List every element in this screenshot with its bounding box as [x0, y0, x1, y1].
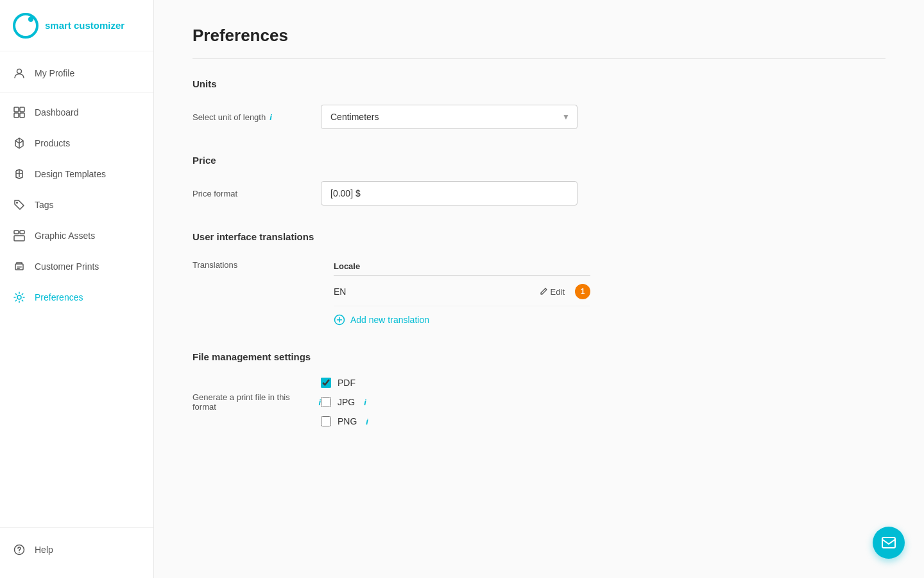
svg-rect-15 — [17, 268, 20, 270]
preferences-icon — [13, 291, 26, 304]
translations-label: Translations — [193, 258, 321, 270]
page-title: Preferences — [193, 26, 886, 59]
user-icon — [13, 67, 26, 80]
svg-rect-5 — [14, 113, 19, 118]
sidebar-nav: My Profile Dashboard Products — [0, 51, 153, 527]
svg-point-18 — [19, 552, 20, 553]
svg-rect-22 — [882, 538, 895, 548]
app-logo-icon — [13, 13, 38, 39]
edit-icon — [539, 287, 548, 296]
sidebar-item-graphic-assets-label: Graphic Assets — [35, 231, 95, 241]
units-section: Units Select unit of length i Centimeter… — [193, 78, 886, 129]
svg-rect-3 — [14, 107, 19, 112]
sidebar-item-help[interactable]: Help — [0, 534, 153, 565]
unit-select-wrapper: Centimeters Inches Millimeters ▼ — [321, 105, 578, 129]
sidebar-item-products[interactable]: Products — [0, 128, 153, 159]
svg-point-0 — [14, 14, 37, 37]
price-section-title: Price — [193, 155, 886, 166]
price-field-row: Price format — [193, 181, 886, 206]
format-jpg-row: JPG i — [321, 397, 886, 407]
svg-rect-11 — [20, 231, 24, 234]
translation-edit-button[interactable]: Edit — [534, 285, 570, 299]
svg-point-2 — [17, 69, 22, 74]
svg-point-16 — [17, 295, 21, 299]
price-section: Price Price format — [193, 155, 886, 206]
translation-badge: 1 — [575, 284, 590, 299]
svg-rect-10 — [14, 231, 19, 234]
translation-locale-en: EN — [334, 286, 346, 297]
format-jpg-label: JPG — [338, 397, 355, 407]
translation-actions: Edit 1 — [534, 284, 590, 299]
sidebar-item-my-profile-label: My Profile — [35, 68, 74, 78]
sidebar-item-tags-label: Tags — [35, 200, 54, 210]
png-info-icon[interactable]: i — [366, 417, 368, 426]
format-pdf-checkbox[interactable] — [321, 378, 331, 388]
support-chat-button[interactable] — [873, 527, 905, 559]
add-translation-row: Add new translation — [334, 314, 590, 326]
sidebar-item-dashboard[interactable]: Dashboard — [0, 97, 153, 128]
svg-rect-12 — [14, 236, 24, 241]
units-field-row: Select unit of length i Centimeters Inch… — [193, 105, 886, 129]
products-icon — [13, 137, 26, 150]
select-unit-info-icon[interactable]: i — [270, 112, 272, 122]
sidebar-item-preferences[interactable]: Preferences — [0, 282, 153, 313]
sidebar-item-customer-prints-label: Customer Prints — [35, 261, 99, 272]
sidebar-item-design-templates-label: Design Templates — [35, 169, 106, 179]
sidebar-logo: smart customizer — [0, 0, 153, 51]
sidebar-item-my-profile[interactable]: My Profile — [0, 58, 153, 89]
customer-prints-icon — [13, 260, 26, 273]
svg-rect-14 — [17, 267, 22, 268]
units-section-title: Units — [193, 78, 886, 89]
units-field-content: Centimeters Inches Millimeters ▼ — [321, 105, 886, 129]
generate-label: Generate a print file in this format i — [193, 392, 321, 412]
sidebar-item-design-templates[interactable]: Design Templates — [0, 159, 153, 189]
svg-point-9 — [16, 202, 18, 204]
sidebar-item-tags[interactable]: Tags — [0, 189, 153, 220]
format-png-label: PNG — [338, 416, 357, 426]
translations-section: User interface translations Translations… — [193, 231, 886, 326]
tags-icon — [13, 198, 26, 211]
help-icon — [13, 543, 26, 556]
sidebar-item-dashboard-label: Dashboard — [35, 107, 79, 118]
format-jpg-checkbox[interactable] — [321, 397, 331, 407]
file-format-field-row: Generate a print file in this format i P… — [193, 378, 886, 426]
file-format-checkbox-group: PDF JPG i PNG i — [321, 378, 886, 426]
translations-column-header: Locale — [334, 258, 590, 276]
jpg-info-icon[interactable]: i — [364, 398, 366, 407]
sidebar-item-help-label: Help — [35, 545, 53, 555]
design-templates-icon — [13, 168, 26, 180]
format-pdf-label: PDF — [338, 378, 355, 388]
sidebar: smart customizer My Profile — [0, 0, 154, 578]
dashboard-icon — [13, 106, 26, 119]
sidebar-item-products-label: Products — [35, 138, 70, 148]
email-icon — [881, 535, 896, 550]
file-format-field-content: PDF JPG i PNG i — [321, 378, 886, 426]
format-pdf-row: PDF — [321, 378, 886, 388]
table-row: EN Edit 1 — [334, 277, 590, 306]
svg-rect-4 — [20, 107, 24, 112]
sidebar-divider-1 — [0, 92, 153, 93]
app-name: smart customizer — [45, 20, 124, 31]
sidebar-item-customer-prints[interactable]: Customer Prints — [0, 251, 153, 282]
file-management-section-title: File management settings — [193, 351, 886, 362]
add-translation-button[interactable]: Add new translation — [334, 314, 429, 326]
add-circle-icon — [334, 314, 345, 326]
price-format-input[interactable] — [321, 181, 578, 206]
translations-table: Locale EN Edit 1 — [334, 258, 590, 326]
price-format-label: Price format — [193, 189, 321, 198]
unit-select[interactable]: Centimeters Inches Millimeters — [321, 105, 578, 129]
translations-field-area: Translations Locale EN Edit 1 — [193, 258, 886, 326]
format-png-checkbox[interactable] — [321, 416, 331, 426]
select-unit-label: Select unit of length i — [193, 112, 321, 122]
sidebar-item-graphic-assets[interactable]: Graphic Assets — [0, 220, 153, 251]
file-management-section: File management settings Generate a prin… — [193, 351, 886, 426]
price-field-content — [321, 181, 886, 206]
format-png-row: PNG i — [321, 416, 886, 426]
svg-rect-6 — [20, 113, 24, 118]
main-content: Preferences Units Select unit of length … — [154, 0, 924, 578]
svg-point-1 — [28, 17, 33, 22]
sidebar-bottom: Help — [0, 527, 153, 578]
sidebar-item-preferences-label: Preferences — [35, 292, 83, 302]
translations-section-title: User interface translations — [193, 231, 886, 242]
graphic-assets-icon — [13, 229, 26, 242]
